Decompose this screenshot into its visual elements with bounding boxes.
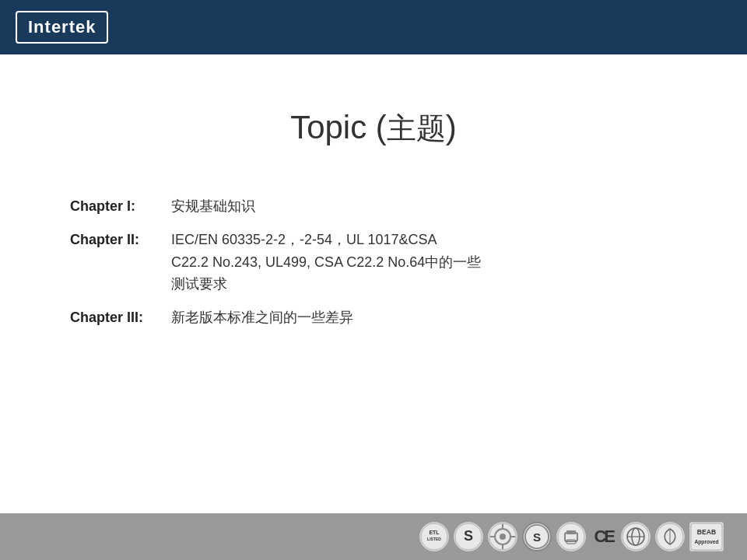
leaf-badge-icon — [655, 522, 685, 551]
s-circle-badge-icon: S — [454, 522, 483, 551]
beab-badge-icon: BEAB Approved — [689, 522, 724, 551]
logo-box: Intertek — [16, 11, 108, 44]
globe-badge-icon — [621, 522, 651, 551]
chapter-item-2: Chapter II: IEC/EN 60335-2-2，-2-54，UL 10… — [70, 229, 685, 296]
svg-rect-24 — [691, 523, 722, 550]
chapter-item-3: Chapter III: 新老版本标准之间的一些差异 — [70, 306, 685, 329]
svg-point-7 — [500, 534, 506, 540]
svg-text:S: S — [533, 530, 541, 544]
svg-rect-16 — [566, 530, 576, 534]
chapter-label-2: Chapter II: — [70, 229, 171, 251]
etl-badge-icon: ETL LISTED — [419, 522, 449, 551]
chapter-list: Chapter I: 安规基础知识 Chapter II: IEC/EN 603… — [70, 195, 685, 340]
title-section: Topic (主题) — [62, 109, 685, 149]
svg-text:Approved: Approved — [694, 539, 718, 545]
chapter-label-3: Chapter III: — [70, 306, 171, 329]
ce-mark-icon: CE — [591, 527, 616, 547]
logo-text: Intertek — [28, 17, 96, 37]
chapter-item-1: Chapter I: 安规基础知识 — [70, 195, 685, 218]
header: Intertek — [0, 0, 747, 54]
main-content: Topic (主题) Chapter I: 安规基础知识 Chapter II:… — [0, 54, 747, 513]
svg-point-14 — [558, 523, 584, 550]
footer: ETL LISTED S — [0, 513, 747, 560]
s-badge-icon: S — [522, 522, 552, 551]
footer-icons-group: ETL LISTED S — [419, 522, 724, 551]
chapter-label-1: Chapter I: — [70, 195, 171, 218]
svg-text:S: S — [464, 528, 473, 544]
svg-text:ETL: ETL — [430, 530, 440, 535]
slide-title: Topic (主题) — [290, 109, 457, 145]
svg-text:LISTED: LISTED — [428, 537, 442, 541]
gear-badge-icon — [488, 522, 517, 551]
chapter-content-2: IEC/EN 60335-2-2，-2-54，UL 1017&CSA C22.2… — [171, 229, 481, 296]
printer-badge-icon — [556, 522, 586, 551]
svg-text:BEAB: BEAB — [697, 528, 716, 536]
slide: Intertek Topic (主题) Chapter I: 安规基础知识 Ch… — [0, 0, 747, 560]
chapter-content-3: 新老版本标准之间的一些差异 — [171, 306, 353, 329]
chapter-content-1: 安规基础知识 — [171, 195, 255, 218]
